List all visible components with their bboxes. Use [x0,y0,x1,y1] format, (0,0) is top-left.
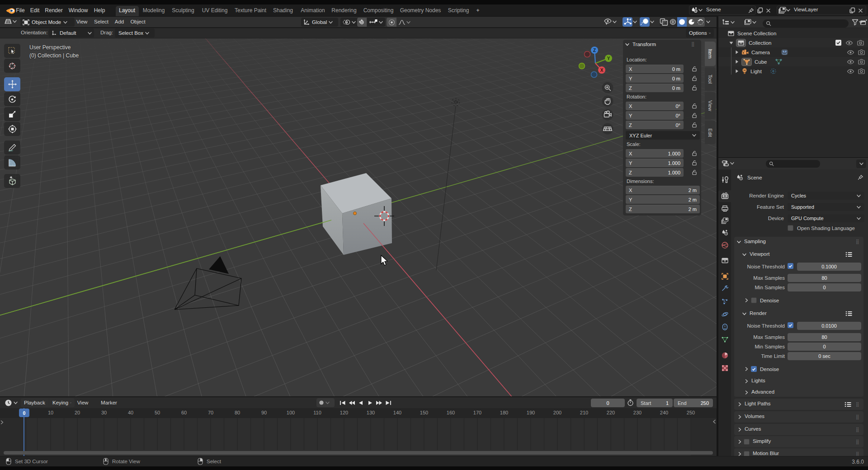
svg-text:X: X [600,68,604,73]
svg-text:Y: Y [607,56,610,61]
svg-text:Z: Z [593,48,596,53]
